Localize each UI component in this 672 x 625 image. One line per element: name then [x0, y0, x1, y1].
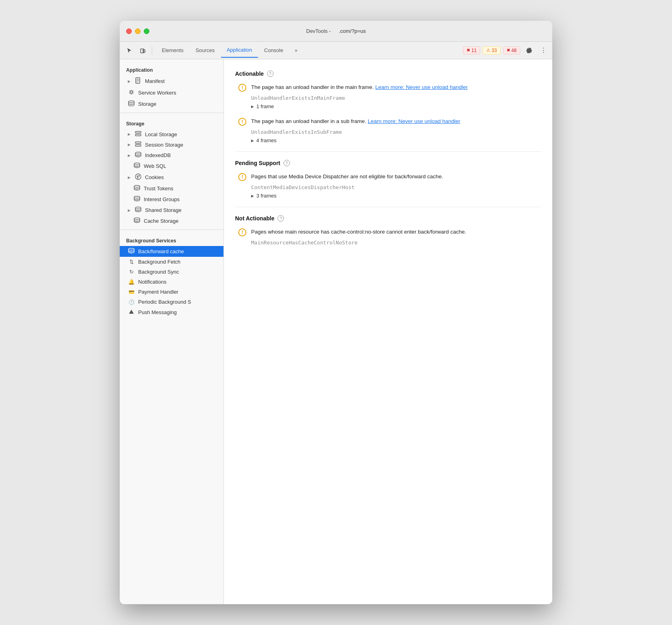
- indexeddb-label: IndexedDB: [145, 152, 171, 158]
- issue-cache-control: ! Pages whose main resource has cache-co…: [235, 228, 541, 246]
- background-services-section-label: Background Services: [120, 233, 223, 246]
- issue-unload-main-row: ! The page has an unload handler in the …: [238, 83, 541, 92]
- not-actionable-title: Not Actionable: [235, 215, 274, 222]
- sidebar-item-back-forward-cache[interactable]: Back/forward cache: [120, 246, 223, 257]
- sidebar-item-interest-groups[interactable]: Interest Groups: [120, 194, 223, 205]
- expand-arrow-3-icon: ▶: [251, 194, 254, 198]
- sidebar-item-periodic-background[interactable]: 🕐 Periodic Background S: [120, 297, 223, 307]
- local-storage-label: Local Storage: [145, 131, 177, 137]
- sidebar-item-service-workers[interactable]: Service Workers: [120, 87, 223, 99]
- more-tabs-button[interactable]: »: [290, 45, 302, 56]
- background-sync-icon: ↻: [128, 269, 135, 275]
- back-forward-cache-label: Back/forward cache: [138, 248, 184, 254]
- title-bar-center: DevTools - .com/?p=us: [306, 28, 366, 34]
- svg-rect-10: [135, 142, 141, 143]
- svg-point-14: [135, 174, 141, 179]
- issue-media-device-text: Pages that use Media Device Dispatcher a…: [251, 173, 443, 181]
- sidebar-item-payment-handler[interactable]: 💳 Payment Handler: [120, 287, 223, 297]
- cache-storage-label: Cache Storage: [144, 218, 179, 224]
- shared-storage-icon: [135, 207, 142, 214]
- issue-cache-control-row: ! Pages whose main resource has cache-co…: [238, 228, 541, 236]
- sidebar-item-cookies[interactable]: ▶ Cookies: [120, 171, 223, 183]
- warning-icon-2: !: [238, 118, 246, 126]
- tab-console[interactable]: Console: [259, 43, 289, 58]
- svg-rect-11: [135, 145, 141, 146]
- sidebar-item-session-storage[interactable]: ▶ Session Storage: [120, 139, 223, 150]
- session-storage-icon: [135, 141, 142, 148]
- svg-point-6: [130, 91, 133, 93]
- warning-badge[interactable]: ⚠ 33: [483, 46, 500, 54]
- maximize-button[interactable]: [144, 28, 149, 34]
- session-storage-label: Session Storage: [145, 142, 183, 148]
- expand-unload-sub-frames[interactable]: ▶ 4 frames: [238, 137, 541, 143]
- error-badge[interactable]: ✖ 11: [463, 46, 480, 54]
- sidebar-item-trust-tokens[interactable]: Trust Tokens: [120, 183, 223, 194]
- issue-cache-control-text: Pages whose main resource has cache-cont…: [251, 228, 466, 236]
- issue-badge[interactable]: ✖ 48: [503, 46, 520, 54]
- sidebar-item-cache-storage[interactable]: Cache Storage: [120, 216, 223, 226]
- issue-unload-sub-text: The page has an unload handler in a sub …: [251, 117, 460, 125]
- sidebar-item-background-sync[interactable]: ↻ Background Sync: [120, 267, 223, 277]
- storage-app-label: Storage: [138, 101, 157, 107]
- shared-storage-label: Shared Storage: [145, 207, 181, 213]
- cache-storage-icon: [133, 218, 141, 224]
- local-storage-icon: [135, 131, 142, 137]
- sidebar-item-shared-storage[interactable]: ▶ Shared Storage: [120, 205, 223, 216]
- not-actionable-section-header: Not Actionable ?: [235, 215, 541, 222]
- unload-main-learn-more-link[interactable]: Learn more: Never use unload handler: [375, 84, 468, 90]
- sidebar-item-push-messaging[interactable]: Push Messaging: [120, 307, 223, 318]
- push-messaging-icon: [128, 309, 135, 316]
- separator-2: [120, 230, 223, 230]
- sidebar-item-storage-app[interactable]: Storage: [120, 99, 223, 109]
- settings-button[interactable]: [523, 45, 535, 56]
- tab-elements[interactable]: Elements: [156, 43, 189, 58]
- issue-count: 48: [511, 48, 517, 53]
- content-area: Actionable ? ! The page has an unload ha…: [224, 59, 552, 604]
- sidebar-item-manifest[interactable]: ▶ Manifest: [120, 75, 223, 87]
- unload-main-frames: 1 frame: [256, 103, 274, 109]
- sidebar-item-local-storage[interactable]: ▶ Local Storage: [120, 129, 223, 139]
- sidebar-item-notifications[interactable]: 🔔 Notifications: [120, 277, 223, 287]
- sidebar-item-web-sql[interactable]: Web SQL: [120, 161, 223, 171]
- error-count: 11: [471, 48, 477, 53]
- expand-unload-main-frames[interactable]: ▶ 1 frame: [238, 103, 541, 109]
- svg-point-18: [134, 185, 140, 188]
- application-section-label: Application: [120, 62, 223, 75]
- warning-count: 33: [491, 48, 497, 53]
- background-fetch-icon: ⇅: [128, 259, 135, 265]
- svg-point-20: [135, 207, 141, 209]
- sidebar-item-background-fetch[interactable]: ⇅ Background Fetch: [120, 257, 223, 267]
- not-actionable-help-icon[interactable]: ?: [278, 215, 284, 222]
- svg-point-17: [137, 177, 138, 178]
- actionable-help-icon[interactable]: ?: [267, 71, 274, 77]
- web-sql-icon: [133, 163, 141, 169]
- svg-point-21: [134, 218, 140, 220]
- cursor-tool-button[interactable]: [123, 45, 136, 56]
- separator-1: [120, 113, 223, 113]
- issue-media-device: ! Pages that use Media Device Dispatcher…: [235, 173, 541, 199]
- pending-support-help-icon[interactable]: ?: [284, 160, 290, 166]
- warning-icon-4: !: [238, 228, 246, 236]
- tab-application[interactable]: Application: [221, 43, 258, 58]
- expand-arrow-1-icon: ▶: [251, 105, 254, 109]
- sidebar-item-indexeddb[interactable]: ▶ IndexedDB: [120, 150, 223, 161]
- unload-sub-frames: 4 frames: [256, 137, 277, 143]
- svg-rect-9: [135, 134, 141, 136]
- more-options-button[interactable]: ⋮: [538, 45, 549, 56]
- minimize-button[interactable]: [135, 28, 141, 34]
- svg-point-15: [137, 176, 138, 177]
- expand-media-device-frames[interactable]: ▶ 3 frames: [238, 193, 541, 199]
- pending-support-section-header: Pending Support ?: [235, 160, 541, 166]
- device-emulation-button[interactable]: [137, 45, 149, 56]
- toolbar: Elements Sources Application Console » ✖…: [120, 42, 552, 59]
- unload-sub-learn-more-link[interactable]: Learn more: Never use unload handler: [368, 118, 460, 124]
- trust-tokens-label: Trust Tokens: [144, 185, 173, 192]
- tab-sources[interactable]: Sources: [190, 43, 220, 58]
- issue-unload-sub: ! The page has an unload handler in a su…: [235, 117, 541, 143]
- sidebar: Application ▶ Manifest: [120, 59, 224, 604]
- close-button[interactable]: [126, 28, 132, 34]
- storage-app-icon: [128, 101, 135, 107]
- svg-point-12: [135, 152, 141, 154]
- issue-icon: ✖: [507, 48, 510, 53]
- actionable-title: Actionable: [235, 71, 264, 77]
